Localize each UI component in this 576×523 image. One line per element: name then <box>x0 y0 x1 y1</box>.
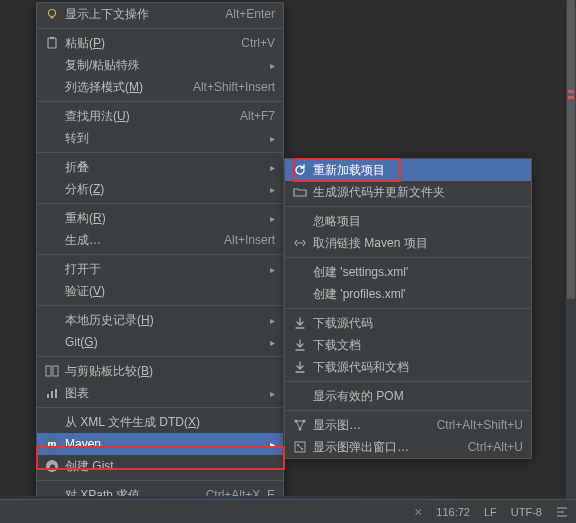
status-position[interactable]: 116:72 <box>436 506 470 518</box>
menu2-item[interactable]: 显示图…Ctrl+Alt+Shift+U <box>285 414 531 436</box>
menu-item-label: 下载源代码和文档 <box>313 359 523 376</box>
menu2-item[interactable]: 显示有效的 POM <box>285 385 531 407</box>
maven-submenu[interactable]: 重新加载项目生成源代码并更新文件夹忽略项目取消链接 Maven 项目创建 'se… <box>284 158 532 459</box>
menu-separator <box>37 203 283 204</box>
blank-icon <box>291 388 309 404</box>
menu-item-shortcut: Alt+Shift+Insert <box>193 80 275 94</box>
menu-separator <box>37 356 283 357</box>
menu-separator <box>37 407 283 408</box>
menu2-item[interactable]: 下载源代码和文档 <box>285 356 531 378</box>
menu2-item[interactable]: 生成源代码并更新文件夹 <box>285 181 531 203</box>
menu-item-label: Maven <box>65 437 265 451</box>
menu1-item[interactable]: 折叠▸ <box>37 156 283 178</box>
menu2-item[interactable]: 下载文档 <box>285 334 531 356</box>
menu-item-shortcut: Alt+F7 <box>240 109 275 123</box>
menu1-item[interactable]: 打开于▸ <box>37 258 283 280</box>
menu1-item[interactable]: 查找用法(U)Alt+F7 <box>37 105 283 127</box>
menu-item-label: 查找用法(U) <box>65 108 232 125</box>
menu-item-label: 重构(R) <box>65 210 265 227</box>
menu-item-shortcut: Ctrl+Alt+U <box>468 440 523 454</box>
menu-item-label: 创建 'settings.xml' <box>313 264 523 281</box>
svg-rect-3 <box>50 37 54 39</box>
menu-item-label: 复制/粘贴特殊 <box>65 57 265 74</box>
menu-item-label: 列选择模式(M) <box>65 79 185 96</box>
menu1-item[interactable]: 图表▸ <box>37 382 283 404</box>
folder-icon <box>291 184 309 200</box>
menu-separator <box>285 410 531 411</box>
menu-separator <box>37 305 283 306</box>
error-stripe[interactable] <box>568 90 574 93</box>
menu1-item[interactable]: 复制/粘贴特殊▸ <box>37 54 283 76</box>
menu1-item[interactable]: 粘贴(P)Ctrl+V <box>37 32 283 54</box>
status-line-ending[interactable]: LF <box>484 506 497 518</box>
submenu-arrow-icon: ▸ <box>265 337 275 348</box>
menu1-item[interactable]: 转到▸ <box>37 127 283 149</box>
menu2-item[interactable]: 下载源代码 <box>285 312 531 334</box>
blank-icon <box>291 213 309 229</box>
menu1-item[interactable]: 分析(Z)▸ <box>37 178 283 200</box>
blank-icon <box>43 334 61 350</box>
menu1-item[interactable]: 列选择模式(M)Alt+Shift+Insert <box>37 76 283 98</box>
menu1-item[interactable]: 本地历史记录(H)▸ <box>37 309 283 331</box>
blank-icon <box>43 79 61 95</box>
menu2-item[interactable]: 创建 'profiles.xml' <box>285 283 531 305</box>
menu-item-label: 验证(V) <box>65 283 275 300</box>
menu-item-label: 折叠 <box>65 159 265 176</box>
menu-item-label: 粘贴(P) <box>65 35 233 52</box>
status-indent-icon[interactable] <box>556 506 568 518</box>
download-icon <box>291 359 309 375</box>
svg-rect-1 <box>51 17 54 19</box>
menu1-item[interactable]: mMaven▸ <box>37 433 283 455</box>
menu1-item[interactable]: 与剪贴板比较(B) <box>37 360 283 382</box>
blank-icon <box>43 159 61 175</box>
menu1-item[interactable]: Git(G)▸ <box>37 331 283 353</box>
blank-icon <box>43 232 61 248</box>
scrollbar-thumb[interactable] <box>567 0 575 299</box>
blank-icon <box>291 286 309 302</box>
menu2-item[interactable]: 创建 'settings.xml' <box>285 261 531 283</box>
menu-item-shortcut: Alt+Enter <box>225 7 275 21</box>
menu1-item[interactable]: 显示上下文操作Alt+Enter <box>37 3 283 25</box>
paste-icon <box>43 35 61 51</box>
blank-icon <box>43 414 61 430</box>
menu2-item[interactable]: 重新加载项目 <box>285 159 531 181</box>
menu2-item[interactable]: 忽略项目 <box>285 210 531 232</box>
context-menu[interactable]: 显示上下文操作Alt+Enter粘贴(P)Ctrl+V复制/粘贴特殊▸列选择模式… <box>36 2 284 507</box>
editor-scrollbar[interactable] <box>566 0 576 499</box>
status-close-icon[interactable]: × <box>414 504 422 520</box>
status-encoding[interactable]: UTF-8 <box>511 506 542 518</box>
menu2-item[interactable]: 取消链接 Maven 项目 <box>285 232 531 254</box>
menu-item-label: 生成… <box>65 232 216 249</box>
svg-rect-2 <box>48 38 56 48</box>
menu1-item[interactable]: 重构(R)▸ <box>37 207 283 229</box>
blank-icon <box>291 264 309 280</box>
submenu-arrow-icon: ▸ <box>265 439 275 450</box>
status-bar: × 116:72 LF UTF-8 <box>0 499 576 523</box>
menu-item-label: 下载源代码 <box>313 315 523 332</box>
menu1-item[interactable]: 创建 Gist… <box>37 455 283 477</box>
blank-icon <box>43 181 61 197</box>
menu-item-label: 打开于 <box>65 261 265 278</box>
blank-icon <box>43 210 61 226</box>
diff-icon <box>43 363 61 379</box>
menu-item-shortcut: Ctrl+Alt+Shift+U <box>437 418 523 432</box>
unlink-icon <box>291 235 309 251</box>
bulb-icon <box>43 6 61 22</box>
svg-rect-7 <box>51 391 53 398</box>
menu1-item[interactable]: 从 XML 文件生成 DTD(X) <box>37 411 283 433</box>
chart-icon <box>43 385 61 401</box>
blank-icon <box>43 261 61 277</box>
graph-icon <box>291 417 309 433</box>
menu2-item[interactable]: 显示图弹出窗口…Ctrl+Alt+U <box>285 436 531 458</box>
menu-item-label: 显示上下文操作 <box>65 6 217 23</box>
menu-separator <box>37 28 283 29</box>
submenu-arrow-icon: ▸ <box>265 213 275 224</box>
menu-item-label: 分析(Z) <box>65 181 265 198</box>
submenu-arrow-icon: ▸ <box>265 388 275 399</box>
error-stripe[interactable] <box>568 96 574 99</box>
menu1-item[interactable]: 验证(V) <box>37 280 283 302</box>
submenu-arrow-icon: ▸ <box>265 264 275 275</box>
svg-point-0 <box>49 10 56 17</box>
menu1-item[interactable]: 生成…Alt+Insert <box>37 229 283 251</box>
menu-item-label: 忽略项目 <box>313 213 523 230</box>
